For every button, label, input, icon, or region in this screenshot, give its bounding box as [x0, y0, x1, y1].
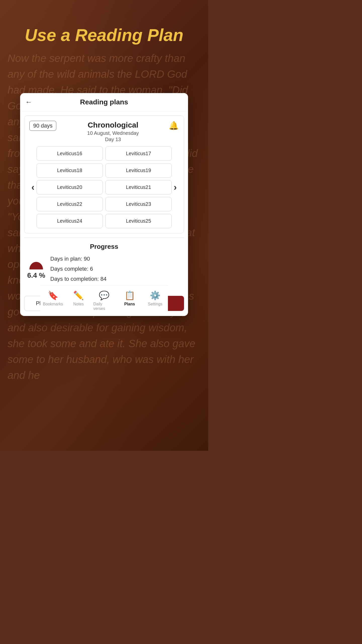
- bottom-nav: 🔖Bookmarks✏️Notes💬Daily verses📋Plans⚙️Se…: [40, 286, 168, 316]
- nav-icon-settings: ⚙️: [150, 290, 160, 300]
- hero-title: Use a Reading Plan: [0, 25, 208, 45]
- nav-label-daily-verses: Daily verses: [93, 302, 115, 311]
- modal-header: ← Reading plans: [20, 93, 188, 111]
- chapter-button[interactable]: Leviticus21: [105, 180, 172, 194]
- chapter-button[interactable]: Leviticus20: [36, 180, 103, 194]
- chapter-button[interactable]: Leviticus24: [36, 214, 103, 228]
- plan-name: Chronological: [60, 121, 166, 129]
- chapter-grid: Leviticus16Leviticus17Leviticus18Levitic…: [36, 146, 172, 228]
- nav-item-plans[interactable]: 📋Plans: [117, 286, 143, 316]
- progress-chart: 6.4 %: [26, 262, 46, 279]
- back-button[interactable]: ←: [25, 98, 32, 106]
- nav-icon-bookmarks: 🔖: [48, 290, 58, 300]
- modal-title: Reading plans: [80, 98, 128, 106]
- nav-label-settings: Settings: [148, 302, 162, 306]
- nav-item-notes[interactable]: ✏️Notes: [66, 286, 92, 316]
- days-to-completion: Days to completion: 84: [50, 276, 182, 282]
- nav-label-notes: Notes: [73, 302, 84, 306]
- days-in-plan: Days in plan: 90: [50, 256, 182, 262]
- chapter-button[interactable]: Leviticus16: [36, 146, 103, 161]
- chapter-button[interactable]: Leviticus19: [105, 163, 172, 178]
- chapter-button[interactable]: Leviticus22: [36, 197, 103, 211]
- percent-text: 6.4 %: [27, 271, 45, 279]
- nav-item-settings[interactable]: ⚙️Settings: [142, 286, 168, 316]
- plan-day: Day 13: [60, 137, 166, 142]
- progress-row: 6.4 % Days in plan: 90 Days complete: 6 …: [26, 256, 182, 286]
- plan-card-header: 90 days Chronological 10 August, Wednesd…: [29, 121, 179, 142]
- days-badge: 90 days: [29, 121, 56, 131]
- progress-stats: Days in plan: 90 Days complete: 6 Days t…: [46, 256, 182, 286]
- days-complete: Days complete: 6: [50, 266, 182, 272]
- bell-icon[interactable]: 🔔: [169, 121, 179, 130]
- plan-name-block: Chronological 10 August, Wednesday Day 1…: [60, 121, 166, 142]
- chapter-button[interactable]: Leviticus18: [36, 163, 103, 178]
- chapter-button[interactable]: Leviticus25: [105, 214, 172, 228]
- progress-title: Progress: [26, 243, 182, 251]
- nav-icon-plans: 📋: [124, 290, 135, 300]
- nav-icon-daily-verses: 💬: [99, 290, 109, 300]
- nav-item-daily-verses[interactable]: 💬Daily verses: [91, 286, 117, 316]
- nav-icon-notes: ✏️: [73, 290, 84, 300]
- chapter-grid-wrapper: ‹ Leviticus16Leviticus17Leviticus18Levit…: [29, 146, 179, 228]
- nav-label-plans: Plans: [124, 302, 135, 306]
- pie-chart-visual: [29, 262, 43, 269]
- reading-plans-modal: ← Reading plans 90 days Chronological 10…: [20, 93, 188, 316]
- nav-label-bookmarks: Bookmarks: [43, 302, 63, 306]
- plan-date: 10 August, Wednesday: [60, 130, 166, 136]
- chapter-button[interactable]: Leviticus17: [105, 146, 172, 161]
- plan-card: 90 days Chronological 10 August, Wednesd…: [24, 115, 184, 233]
- prev-arrow[interactable]: ‹: [29, 182, 36, 193]
- chapter-button[interactable]: Leviticus23: [105, 197, 172, 211]
- next-arrow[interactable]: ›: [172, 182, 179, 193]
- nav-item-bookmarks[interactable]: 🔖Bookmarks: [40, 286, 66, 316]
